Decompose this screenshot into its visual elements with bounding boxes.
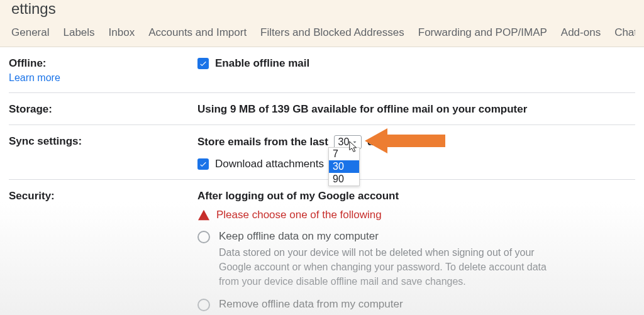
security-option-keep-label: Keep offline data on my computer xyxy=(219,230,552,243)
sync-days-option-90[interactable]: 90 xyxy=(329,173,359,185)
sync-days-value: 30 xyxy=(338,136,350,148)
settings-content: Offline: Learn more Enable offline mail … xyxy=(0,47,644,315)
tab-addons[interactable]: Add-ons xyxy=(561,26,601,39)
download-attachments-row: Download attachments xyxy=(197,158,635,170)
annotation-cursor xyxy=(348,141,360,156)
security-label: Security: xyxy=(9,190,197,202)
settings-header: ettings General Labels Inbox Accounts an… xyxy=(0,0,644,47)
security-option-keep-text: Keep offline data on my computer Data st… xyxy=(219,230,552,289)
cursor-icon xyxy=(348,141,360,153)
offline-label: Offline: xyxy=(9,57,47,69)
warning-icon xyxy=(197,209,210,221)
check-icon xyxy=(199,59,208,68)
offline-value-col: Enable offline mail xyxy=(197,57,635,70)
sync-label: Sync settings: xyxy=(9,135,197,148)
page-title: ettings xyxy=(11,0,635,18)
enable-offline-checkbox[interactable] xyxy=(197,58,209,69)
row-security: Security: After logging out of my Google… xyxy=(9,180,635,315)
tab-general[interactable]: General xyxy=(11,26,49,39)
tab-accounts[interactable]: Accounts and Import xyxy=(148,26,247,39)
check-icon xyxy=(199,160,208,169)
row-storage: Storage: Using 9 MB of 139 GB available … xyxy=(9,93,635,125)
enable-offline-row: Enable offline mail xyxy=(197,57,635,70)
enable-offline-label: Enable offline mail xyxy=(215,57,309,70)
storage-value: Using 9 MB of 139 GB available for offli… xyxy=(197,103,635,116)
security-option-keep-radio[interactable] xyxy=(197,231,210,243)
security-warning-row: Please choose one of the following xyxy=(197,209,635,221)
annotation-arrow xyxy=(365,126,447,158)
security-value-col: After logging out of my Google account P… xyxy=(197,190,635,311)
row-offline: Offline: Learn more Enable offline mail xyxy=(9,47,635,93)
security-heading: After logging out of my Google account xyxy=(197,190,635,202)
tab-forwarding[interactable]: Forwarding and POP/IMAP xyxy=(418,26,547,39)
row-sync: Sync settings: Store emails from the las… xyxy=(9,125,635,180)
tab-inbox[interactable]: Inbox xyxy=(109,26,135,39)
security-option-remove-label: Remove offline data from my computer xyxy=(219,298,403,311)
download-attachments-label: Download attachments xyxy=(215,158,324,170)
security-option-remove-radio[interactable] xyxy=(197,299,210,311)
security-option-keep-row: Keep offline data on my computer Data st… xyxy=(197,230,635,289)
sync-prefix: Store emails from the last xyxy=(197,136,328,148)
svg-marker-0 xyxy=(365,128,445,153)
sync-days-option-30[interactable]: 30 xyxy=(329,160,359,173)
storage-label: Storage: xyxy=(9,103,197,116)
security-option-keep-desc: Data stored on your device will not be d… xyxy=(219,245,552,289)
tab-chat[interactable]: Chat an xyxy=(614,26,635,39)
settings-tabs: General Labels Inbox Accounts and Import… xyxy=(9,26,635,47)
arrow-left-icon xyxy=(365,126,447,156)
security-option-remove-row: Remove offline data from my computer xyxy=(197,298,635,311)
tab-labels[interactable]: Labels xyxy=(63,26,94,39)
security-warning-text: Please choose one of the following xyxy=(216,209,382,221)
offline-learn-more-link[interactable]: Learn more xyxy=(9,72,197,84)
download-attachments-checkbox[interactable] xyxy=(197,158,209,170)
offline-label-col: Offline: Learn more xyxy=(9,57,197,84)
tab-filters[interactable]: Filters and Blocked Addresses xyxy=(260,26,404,39)
